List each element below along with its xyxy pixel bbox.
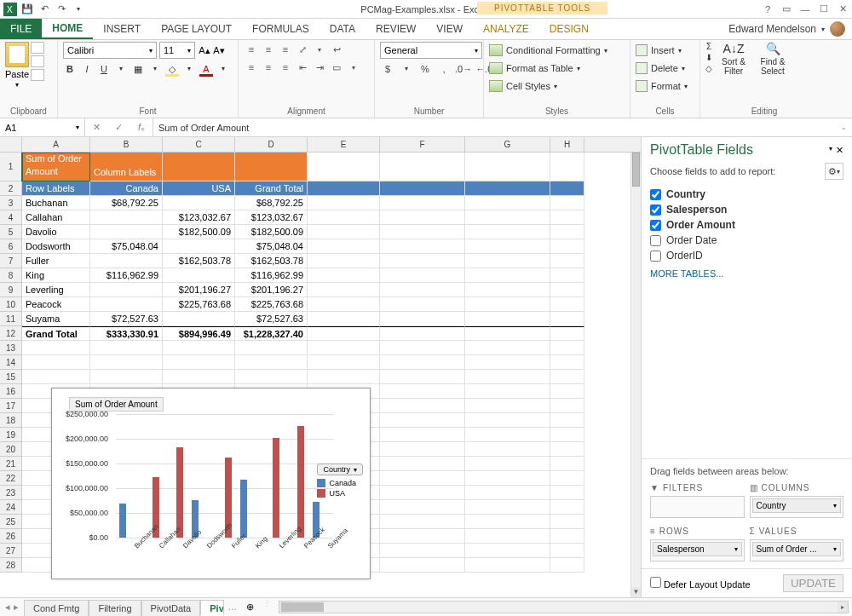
cell[interactable]: [380, 384, 465, 399]
cell[interactable]: [550, 515, 584, 529]
cell[interactable]: [550, 442, 584, 457]
cell[interactable]: [380, 413, 465, 428]
field-item[interactable]: Salesperson: [650, 202, 843, 217]
field-item[interactable]: Order Amount: [650, 217, 843, 233]
cell[interactable]: [550, 384, 584, 399]
save-icon[interactable]: 💾: [20, 3, 34, 16]
defer-update-check[interactable]: Defer Layout Update: [650, 577, 751, 590]
cell[interactable]: [465, 239, 550, 254]
cell[interactable]: [380, 544, 465, 558]
row-hdr[interactable]: 8: [0, 268, 22, 283]
cell[interactable]: [163, 268, 235, 283]
increase-decimal-icon[interactable]: .0→: [455, 61, 472, 77]
cell[interactable]: [308, 355, 380, 370]
cell[interactable]: [465, 515, 550, 529]
cell[interactable]: [308, 297, 380, 312]
name-box[interactable]: A1▾: [0, 118, 85, 136]
cell[interactable]: [550, 341, 584, 355]
copy-icon[interactable]: [31, 55, 44, 67]
cell[interactable]: [465, 196, 550, 210]
col-hdr-D[interactable]: D: [235, 137, 308, 152]
cancel-edit-icon[interactable]: ✕: [93, 122, 101, 133]
format-button[interactable]: Format ▾: [636, 78, 688, 95]
hscroll-right-icon[interactable]: ▸: [838, 602, 848, 613]
area-columns[interactable]: ▥COLUMNS Country▾: [750, 480, 844, 518]
cell[interactable]: Leverling: [22, 283, 90, 297]
italic-button[interactable]: I: [80, 61, 94, 77]
cell[interactable]: $225,763.68: [235, 297, 308, 312]
cell[interactable]: [308, 341, 380, 355]
cell[interactable]: King: [22, 268, 90, 283]
cell[interactable]: [465, 413, 550, 428]
cell[interactable]: $225,763.68: [163, 297, 235, 312]
col-hdr-G[interactable]: G: [465, 137, 550, 152]
row-hdr[interactable]: 15: [0, 370, 22, 384]
cell[interactable]: [550, 457, 584, 471]
clear-icon[interactable]: ◇: [705, 64, 712, 73]
cell[interactable]: [380, 225, 465, 239]
align-middle-icon[interactable]: ≡: [261, 42, 276, 57]
cell[interactable]: [163, 153, 235, 181]
cell[interactable]: [380, 500, 465, 515]
field-item[interactable]: Country: [650, 187, 843, 202]
cell[interactable]: [380, 153, 465, 181]
ribbon-options-icon[interactable]: ▭: [780, 3, 792, 14]
tab-view[interactable]: VIEW: [426, 19, 473, 39]
cell[interactable]: [235, 355, 308, 370]
merge-icon[interactable]: ▭: [329, 60, 344, 75]
border-button[interactable]: ▦: [131, 61, 145, 77]
sheet-nav-next-icon[interactable]: ▸: [14, 602, 19, 613]
cell[interactable]: [380, 471, 465, 486]
cell[interactable]: Dodsworth: [22, 239, 90, 254]
cell[interactable]: [465, 471, 550, 486]
cell[interactable]: Canada: [90, 181, 163, 196]
cell[interactable]: [90, 210, 163, 225]
cell[interactable]: Suyama: [22, 312, 90, 326]
qat-customize-icon[interactable]: ▾: [72, 3, 85, 16]
sheet-nav-prev-icon[interactable]: ◂: [5, 602, 10, 613]
cell[interactable]: [465, 225, 550, 239]
row-hdr[interactable]: 9: [0, 283, 22, 297]
cell[interactable]: [308, 312, 380, 326]
col-hdr-A[interactable]: A: [22, 137, 90, 152]
row-hdr[interactable]: 21: [0, 457, 22, 471]
tab-file[interactable]: FILE: [0, 19, 42, 39]
tab-insert[interactable]: INSERT: [93, 19, 151, 39]
more-tables-link[interactable]: MORE TABLES...: [650, 263, 843, 284]
cell[interactable]: [380, 558, 465, 573]
cell[interactable]: Sum of Order Amount: [22, 153, 90, 181]
area-filters[interactable]: ▼FILTERS: [650, 480, 745, 518]
cell[interactable]: [380, 457, 465, 471]
tab-home[interactable]: HOME: [42, 19, 93, 39]
cell[interactable]: [308, 370, 380, 384]
cell[interactable]: Grand Total: [22, 326, 90, 341]
row-hdr[interactable]: 1: [0, 153, 22, 181]
cell[interactable]: [550, 544, 584, 558]
cell[interactable]: [465, 181, 550, 196]
col-hdr-B[interactable]: B: [90, 137, 163, 152]
row-hdr[interactable]: 7: [0, 254, 22, 268]
cell[interactable]: [465, 297, 550, 312]
cell[interactable]: [465, 428, 550, 442]
field-item[interactable]: Order Date: [650, 233, 843, 248]
align-bottom-icon[interactable]: ≡: [278, 42, 293, 57]
row-hdr[interactable]: 17: [0, 399, 22, 413]
cell[interactable]: [235, 370, 308, 384]
cell[interactable]: [22, 341, 90, 355]
cell[interactable]: [380, 442, 465, 457]
worksheet[interactable]: A B C D E F G H 1Sum of Order AmountColu…: [0, 137, 641, 597]
align-top-icon[interactable]: ≡: [244, 42, 259, 57]
close-icon[interactable]: ✕: [837, 3, 849, 14]
row-hdr[interactable]: 3: [0, 196, 22, 210]
cell[interactable]: [550, 239, 584, 254]
cell[interactable]: $182,500.09: [163, 225, 235, 239]
horizontal-scrollbar[interactable]: ◂ ▸: [279, 601, 849, 613]
cell[interactable]: Callahan: [22, 210, 90, 225]
cell[interactable]: [465, 355, 550, 370]
cell[interactable]: [550, 326, 584, 341]
col-hdr-F[interactable]: F: [380, 137, 465, 152]
cell[interactable]: $116,962.99: [90, 268, 163, 283]
cell[interactable]: [465, 399, 550, 413]
insert-button[interactable]: Insert ▾: [636, 42, 688, 59]
cell[interactable]: [163, 341, 235, 355]
